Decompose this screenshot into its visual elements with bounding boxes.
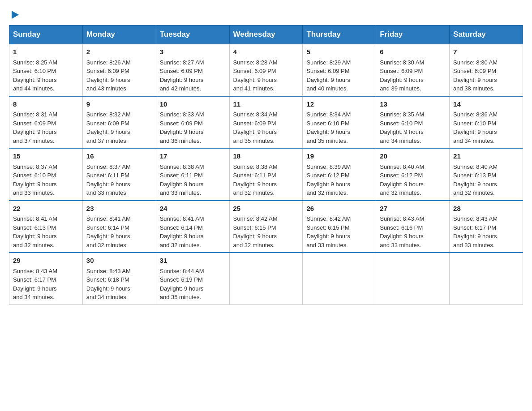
day-number: 31 (160, 256, 226, 266)
calendar-cell: 13 Sunrise: 8:35 AMSunset: 6:10 PMDaylig… (376, 96, 450, 149)
calendar-cell: 23 Sunrise: 8:41 AMSunset: 6:14 PMDaylig… (82, 201, 156, 253)
day-info: Sunrise: 8:35 AMSunset: 6:10 PMDaylight:… (380, 111, 424, 144)
week-row-5: 29 Sunrise: 8:43 AMSunset: 6:17 PMDaylig… (9, 253, 523, 304)
day-info: Sunrise: 8:44 AMSunset: 6:19 PMDaylight:… (160, 268, 204, 301)
calendar-cell: 1 Sunrise: 8:25 AMSunset: 6:10 PMDayligh… (9, 44, 83, 96)
calendar-cell (229, 253, 303, 304)
day-number: 16 (86, 151, 152, 162)
day-number: 2 (86, 47, 152, 57)
day-number: 28 (453, 204, 519, 214)
day-number: 12 (306, 99, 372, 110)
calendar-cell: 4 Sunrise: 8:28 AMSunset: 6:09 PMDayligh… (229, 44, 303, 96)
calendar-cell: 21 Sunrise: 8:40 AMSunset: 6:13 PMDaylig… (450, 148, 523, 201)
day-number: 30 (86, 256, 152, 266)
calendar-cell: 26 Sunrise: 8:42 AMSunset: 6:15 PMDaylig… (303, 201, 376, 253)
day-info: Sunrise: 8:30 AMSunset: 6:09 PMDaylight:… (453, 59, 498, 92)
day-number: 6 (380, 47, 446, 57)
calendar-cell: 20 Sunrise: 8:40 AMSunset: 6:12 PMDaylig… (376, 148, 450, 201)
day-number: 5 (306, 47, 372, 57)
weekday-header-wednesday: Wednesday (229, 26, 303, 44)
day-info: Sunrise: 8:41 AMSunset: 6:14 PMDaylight:… (86, 215, 131, 248)
calendar-cell (303, 253, 376, 304)
calendar-cell: 3 Sunrise: 8:27 AMSunset: 6:09 PMDayligh… (156, 44, 229, 96)
calendar-cell: 19 Sunrise: 8:39 AMSunset: 6:12 PMDaylig… (303, 148, 376, 201)
day-info: Sunrise: 8:32 AMSunset: 6:09 PMDaylight:… (86, 111, 131, 144)
calendar-cell: 5 Sunrise: 8:29 AMSunset: 6:09 PMDayligh… (303, 44, 376, 96)
day-info: Sunrise: 8:34 AMSunset: 6:09 PMDaylight:… (233, 111, 278, 144)
calendar-cell: 15 Sunrise: 8:37 AMSunset: 6:10 PMDaylig… (9, 148, 83, 201)
logo (9, 9, 20, 18)
day-info: Sunrise: 8:34 AMSunset: 6:10 PMDaylight:… (306, 111, 351, 144)
day-info: Sunrise: 8:43 AMSunset: 6:18 PMDaylight:… (86, 268, 131, 301)
logo-triangle-icon (10, 10, 20, 20)
day-info: Sunrise: 8:43 AMSunset: 6:17 PMDaylight:… (453, 215, 498, 248)
calendar-cell: 17 Sunrise: 8:38 AMSunset: 6:11 PMDaylig… (156, 148, 229, 201)
calendar-cell: 12 Sunrise: 8:34 AMSunset: 6:10 PMDaylig… (303, 96, 376, 149)
day-info: Sunrise: 8:25 AMSunset: 6:10 PMDaylight:… (13, 59, 57, 92)
calendar-cell: 18 Sunrise: 8:38 AMSunset: 6:11 PMDaylig… (229, 148, 303, 201)
day-info: Sunrise: 8:27 AMSunset: 6:09 PMDaylight:… (160, 59, 204, 92)
calendar-cell: 6 Sunrise: 8:30 AMSunset: 6:09 PMDayligh… (376, 44, 450, 96)
calendar-cell: 25 Sunrise: 8:42 AMSunset: 6:15 PMDaylig… (229, 201, 303, 253)
day-number: 9 (86, 99, 152, 110)
day-number: 14 (453, 99, 519, 110)
day-number: 13 (380, 99, 446, 110)
day-number: 4 (233, 47, 299, 57)
day-number: 19 (306, 151, 372, 162)
day-info: Sunrise: 8:40 AMSunset: 6:13 PMDaylight:… (453, 163, 498, 197)
weekday-header-monday: Monday (82, 26, 156, 44)
calendar-cell: 11 Sunrise: 8:34 AMSunset: 6:09 PMDaylig… (229, 96, 303, 149)
day-info: Sunrise: 8:42 AMSunset: 6:15 PMDaylight:… (233, 215, 278, 248)
day-number: 8 (13, 99, 79, 110)
day-number: 11 (233, 99, 299, 110)
weekday-header-saturday: Saturday (450, 26, 523, 44)
day-info: Sunrise: 8:41 AMSunset: 6:13 PMDaylight:… (13, 215, 57, 248)
calendar-cell: 22 Sunrise: 8:41 AMSunset: 6:13 PMDaylig… (9, 201, 83, 253)
calendar-cell: 10 Sunrise: 8:33 AMSunset: 6:09 PMDaylig… (156, 96, 229, 149)
day-info: Sunrise: 8:31 AMSunset: 6:09 PMDaylight:… (13, 111, 57, 144)
week-row-3: 15 Sunrise: 8:37 AMSunset: 6:10 PMDaylig… (9, 148, 523, 201)
calendar-cell: 8 Sunrise: 8:31 AMSunset: 6:09 PMDayligh… (9, 96, 83, 149)
day-number: 17 (160, 151, 226, 162)
day-info: Sunrise: 8:36 AMSunset: 6:10 PMDaylight:… (453, 111, 498, 144)
day-number: 29 (13, 256, 79, 266)
day-number: 15 (13, 151, 79, 162)
day-info: Sunrise: 8:43 AMSunset: 6:17 PMDaylight:… (13, 268, 57, 301)
day-info: Sunrise: 8:38 AMSunset: 6:11 PMDaylight:… (160, 163, 204, 197)
day-number: 23 (86, 204, 152, 214)
calendar-cell (450, 253, 523, 304)
day-number: 24 (160, 204, 226, 214)
day-number: 10 (160, 99, 226, 110)
day-number: 3 (160, 47, 226, 57)
weekday-header-row: SundayMondayTuesdayWednesdayThursdayFrid… (9, 26, 523, 44)
day-number: 18 (233, 151, 299, 162)
day-info: Sunrise: 8:28 AMSunset: 6:09 PMDaylight:… (233, 59, 278, 92)
calendar-cell: 31 Sunrise: 8:44 AMSunset: 6:19 PMDaylig… (156, 253, 229, 304)
day-info: Sunrise: 8:37 AMSunset: 6:11 PMDaylight:… (86, 163, 131, 197)
day-info: Sunrise: 8:40 AMSunset: 6:12 PMDaylight:… (380, 163, 424, 197)
svg-marker-0 (12, 11, 19, 19)
weekday-header-sunday: Sunday (9, 26, 83, 44)
calendar-cell: 27 Sunrise: 8:43 AMSunset: 6:16 PMDaylig… (376, 201, 450, 253)
calendar-cell: 14 Sunrise: 8:36 AMSunset: 6:10 PMDaylig… (450, 96, 523, 149)
calendar-cell: 2 Sunrise: 8:26 AMSunset: 6:09 PMDayligh… (82, 44, 156, 96)
weekday-header-thursday: Thursday (303, 26, 376, 44)
day-info: Sunrise: 8:26 AMSunset: 6:09 PMDaylight:… (86, 59, 131, 92)
calendar-cell: 7 Sunrise: 8:30 AMSunset: 6:09 PMDayligh… (450, 44, 523, 96)
day-number: 20 (380, 151, 446, 162)
weekday-header-friday: Friday (376, 26, 450, 44)
calendar-cell (376, 253, 450, 304)
day-info: Sunrise: 8:42 AMSunset: 6:15 PMDaylight:… (306, 215, 351, 248)
weekday-header-tuesday: Tuesday (156, 26, 229, 44)
day-number: 1 (13, 47, 79, 57)
week-row-1: 1 Sunrise: 8:25 AMSunset: 6:10 PMDayligh… (9, 44, 523, 96)
day-number: 7 (453, 47, 519, 57)
day-number: 27 (380, 204, 446, 214)
calendar-table: SundayMondayTuesdayWednesdayThursdayFrid… (9, 25, 523, 305)
day-info: Sunrise: 8:38 AMSunset: 6:11 PMDaylight:… (233, 163, 278, 197)
week-row-2: 8 Sunrise: 8:31 AMSunset: 6:09 PMDayligh… (9, 96, 523, 149)
calendar-cell: 24 Sunrise: 8:41 AMSunset: 6:14 PMDaylig… (156, 201, 229, 253)
day-number: 26 (306, 204, 372, 214)
page-header (9, 9, 523, 18)
day-info: Sunrise: 8:43 AMSunset: 6:16 PMDaylight:… (380, 215, 424, 248)
